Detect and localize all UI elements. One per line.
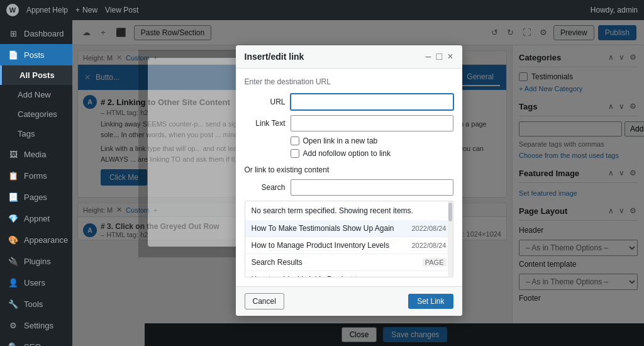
tools-icon: 🔧: [8, 298, 19, 310]
seo-label: SEO: [24, 342, 41, 347]
modal-close-button[interactable]: ×: [447, 52, 453, 62]
modal-body: Enter the destination URL URL Link Text …: [236, 69, 462, 286]
new-label: New: [82, 6, 97, 14]
sidebar-item-users[interactable]: 👤 Users: [0, 272, 72, 293]
link-text-form-row: Link Text: [245, 115, 453, 131]
tools-label: Tools: [24, 299, 43, 309]
appnet-label: Appnet: [24, 214, 50, 223]
sidebar-item-tools[interactable]: 🔧 Tools: [0, 293, 72, 315]
scroll-thumb[interactable]: [448, 203, 452, 221]
admin-bar-view-post[interactable]: View Post: [105, 6, 138, 14]
open-new-tab-label: Open link in a new tab: [303, 137, 378, 145]
nofollow-row: Add nofollow option to link: [291, 149, 453, 158]
wp-logo[interactable]: W: [6, 4, 19, 16]
main-content: ☁ + ⬛ Paste Row/Section ↺ ↻ ⛶ ⚙ Preview …: [72, 20, 644, 346]
sidebar-item-plugins[interactable]: 🔌 Plugins: [0, 250, 72, 272]
users-label: Users: [24, 278, 45, 287]
sidebar: ⊞ Dashboard 📄 Posts All Posts Add New Ca…: [0, 20, 72, 346]
pages-icon: 📃: [8, 191, 19, 203]
sidebar-item-media[interactable]: 🖼 Media: [0, 143, 72, 165]
sidebar-item-appnet[interactable]: 💎 Appnet: [0, 208, 72, 229]
open-new-tab-row: Open link in a new tab: [291, 137, 453, 145]
settings-icon: ⚙: [8, 320, 19, 331]
sidebar-item-forms[interactable]: 📋 Forms: [0, 165, 72, 186]
result-item-0[interactable]: How To Make Testimonials Show Up Again 2…: [245, 220, 453, 237]
no-results-message: No search term specified. Showing recent…: [245, 201, 453, 220]
results-list: No search term specified. Showing recent…: [245, 201, 453, 277]
result-item-1[interactable]: How to Manage Product Inventory Levels 2…: [245, 237, 453, 254]
result-item-3[interactable]: How to add a Variable Product to your Ec…: [245, 271, 453, 277]
media-label: Media: [24, 150, 46, 159]
link-text-input[interactable]: [291, 115, 453, 131]
forms-label: Forms: [24, 171, 47, 181]
search-input[interactable]: [291, 179, 453, 196]
tags-label: Tags: [18, 129, 35, 138]
plugins-label: Plugins: [24, 257, 51, 266]
result-date-1: 2022/08/24: [411, 242, 446, 249]
result-title-2: Search Results: [252, 258, 303, 267]
open-new-tab-checkbox[interactable]: [291, 137, 299, 145]
admin-bar-new[interactable]: + New: [75, 6, 97, 14]
sidebar-item-add-new[interactable]: Add New: [0, 85, 72, 104]
sidebar-item-appearance[interactable]: 🎨 Appearance: [0, 229, 72, 250]
users-icon: 👤: [8, 277, 19, 288]
result-title-1: How to Manage Product Inventory Levels: [252, 241, 389, 250]
appnet-help-label: Appnet Help: [26, 6, 68, 14]
modal-maximize-button[interactable]: □: [436, 52, 442, 62]
result-title-3: How to add a Variable Product to your Ec…: [252, 275, 412, 277]
set-link-button[interactable]: Set Link: [408, 294, 453, 309]
cancel-button[interactable]: Cancel: [245, 293, 284, 310]
sidebar-item-settings[interactable]: ⚙ Settings: [0, 315, 72, 336]
sidebar-item-categories[interactable]: Categories: [0, 104, 72, 124]
sidebar-item-label: Dashboard: [24, 29, 64, 38]
all-posts-label: All Posts: [19, 70, 55, 80]
appearance-icon: 🎨: [8, 234, 19, 245]
admin-bar: W Appnet Help + New View Post Howdy, adm…: [0, 0, 644, 20]
appearance-label: Appearance: [24, 235, 68, 245]
settings-label: Settings: [24, 321, 53, 330]
sidebar-item-seo[interactable]: 🔍 SEO: [0, 336, 72, 346]
or-link-section: Or link to existing content Search No se…: [245, 165, 453, 277]
modal-title: Insert/edit link: [245, 52, 304, 62]
modal-header: Insert/edit link – □ ×: [236, 45, 462, 69]
admin-bar-appnet-help[interactable]: Appnet Help: [26, 6, 68, 14]
modal-minimize-button[interactable]: –: [426, 52, 431, 62]
pages-label: Pages: [24, 193, 47, 202]
media-icon: 🖼: [8, 148, 19, 160]
forms-icon: 📋: [8, 170, 19, 181]
result-item-2[interactable]: Search Results PAGE: [245, 254, 453, 271]
sidebar-item-all-posts[interactable]: All Posts: [0, 65, 72, 85]
result-title-0: How To Make Testimonials Show Up Again: [252, 224, 394, 233]
dashboard-icon: ⊞: [8, 28, 19, 39]
result-type-2: PAGE: [423, 258, 447, 267]
sidebar-item-posts[interactable]: 📄 Posts: [0, 44, 72, 65]
url-input[interactable]: [291, 94, 453, 110]
categories-label: Categories: [18, 109, 57, 119]
seo-icon: 🔍: [8, 341, 19, 346]
url-form-row: URL: [245, 94, 453, 110]
sidebar-item-tags[interactable]: Tags: [0, 124, 72, 143]
sidebar-item-pages[interactable]: 📃 Pages: [0, 186, 72, 208]
plugins-icon: 🔌: [8, 255, 19, 267]
posts-icon: 📄: [8, 49, 19, 60]
sidebar-posts-label: Posts: [24, 50, 45, 60]
nofollow-label: Add nofollow option to link: [303, 149, 391, 158]
modal-footer: Cancel Set Link: [236, 286, 462, 316]
appnet-icon: 💎: [8, 213, 19, 224]
nofollow-checkbox[interactable]: [291, 149, 299, 158]
search-row: Search: [245, 179, 453, 196]
url-label: URL: [245, 98, 286, 106]
modal-overlay: Insert/edit link – □ × Enter the destina…: [72, 20, 644, 346]
link-text-label: Link Text: [245, 119, 286, 128]
main-layout: ⊞ Dashboard 📄 Posts All Posts Add New Ca…: [0, 20, 644, 346]
view-post-label: View Post: [105, 6, 138, 14]
or-link-label: Or link to existing content: [245, 165, 453, 174]
result-date-0: 2022/08/24: [411, 225, 446, 232]
search-label: Search: [245, 183, 286, 192]
scroll-bar: [448, 201, 453, 277]
modal-intro-text: Enter the destination URL: [245, 77, 453, 86]
sidebar-item-dashboard[interactable]: ⊞ Dashboard: [0, 23, 72, 44]
insert-edit-link-modal: Insert/edit link – □ × Enter the destina…: [236, 45, 462, 316]
new-icon: +: [75, 6, 80, 14]
admin-bar-howdy: Howdy, admin: [591, 6, 638, 14]
